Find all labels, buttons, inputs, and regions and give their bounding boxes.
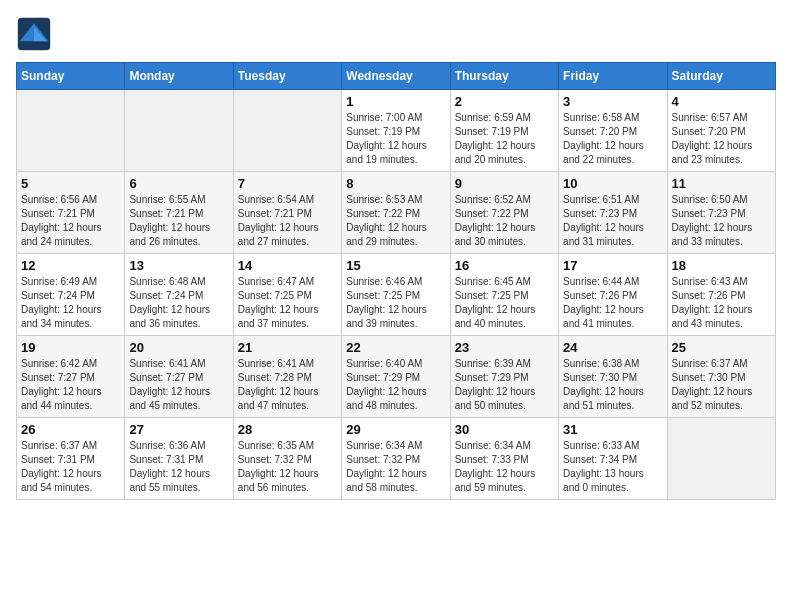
day-info: Sunrise: 6:57 AM Sunset: 7:20 PM Dayligh… — [672, 111, 771, 167]
day-number: 7 — [238, 176, 337, 191]
day-info: Sunrise: 6:37 AM Sunset: 7:31 PM Dayligh… — [21, 439, 120, 495]
day-info: Sunrise: 6:46 AM Sunset: 7:25 PM Dayligh… — [346, 275, 445, 331]
day-number: 17 — [563, 258, 662, 273]
calendar-cell: 1Sunrise: 7:00 AM Sunset: 7:19 PM Daylig… — [342, 90, 450, 172]
day-info: Sunrise: 6:43 AM Sunset: 7:26 PM Dayligh… — [672, 275, 771, 331]
day-number: 24 — [563, 340, 662, 355]
day-info: Sunrise: 6:41 AM Sunset: 7:27 PM Dayligh… — [129, 357, 228, 413]
day-info: Sunrise: 6:37 AM Sunset: 7:30 PM Dayligh… — [672, 357, 771, 413]
calendar-cell: 18Sunrise: 6:43 AM Sunset: 7:26 PM Dayli… — [667, 254, 775, 336]
calendar-cell: 20Sunrise: 6:41 AM Sunset: 7:27 PM Dayli… — [125, 336, 233, 418]
day-number: 26 — [21, 422, 120, 437]
day-info: Sunrise: 6:48 AM Sunset: 7:24 PM Dayligh… — [129, 275, 228, 331]
day-info: Sunrise: 6:41 AM Sunset: 7:28 PM Dayligh… — [238, 357, 337, 413]
calendar-week-4: 19Sunrise: 6:42 AM Sunset: 7:27 PM Dayli… — [17, 336, 776, 418]
day-info: Sunrise: 6:51 AM Sunset: 7:23 PM Dayligh… — [563, 193, 662, 249]
day-number: 14 — [238, 258, 337, 273]
calendar-cell: 24Sunrise: 6:38 AM Sunset: 7:30 PM Dayli… — [559, 336, 667, 418]
day-number: 30 — [455, 422, 554, 437]
day-number: 3 — [563, 94, 662, 109]
calendar-cell: 26Sunrise: 6:37 AM Sunset: 7:31 PM Dayli… — [17, 418, 125, 500]
day-info: Sunrise: 7:00 AM Sunset: 7:19 PM Dayligh… — [346, 111, 445, 167]
weekday-header-monday: Monday — [125, 63, 233, 90]
calendar-cell: 19Sunrise: 6:42 AM Sunset: 7:27 PM Dayli… — [17, 336, 125, 418]
calendar-cell: 6Sunrise: 6:55 AM Sunset: 7:21 PM Daylig… — [125, 172, 233, 254]
calendar-cell: 30Sunrise: 6:34 AM Sunset: 7:33 PM Dayli… — [450, 418, 558, 500]
calendar-cell: 25Sunrise: 6:37 AM Sunset: 7:30 PM Dayli… — [667, 336, 775, 418]
header — [16, 16, 776, 52]
calendar-cell: 11Sunrise: 6:50 AM Sunset: 7:23 PM Dayli… — [667, 172, 775, 254]
day-number: 22 — [346, 340, 445, 355]
calendar-cell: 10Sunrise: 6:51 AM Sunset: 7:23 PM Dayli… — [559, 172, 667, 254]
calendar-cell: 5Sunrise: 6:56 AM Sunset: 7:21 PM Daylig… — [17, 172, 125, 254]
calendar-cell: 12Sunrise: 6:49 AM Sunset: 7:24 PM Dayli… — [17, 254, 125, 336]
day-number: 4 — [672, 94, 771, 109]
day-number: 5 — [21, 176, 120, 191]
day-number: 31 — [563, 422, 662, 437]
logo — [16, 16, 58, 52]
day-info: Sunrise: 6:58 AM Sunset: 7:20 PM Dayligh… — [563, 111, 662, 167]
day-info: Sunrise: 6:33 AM Sunset: 7:34 PM Dayligh… — [563, 439, 662, 495]
logo-icon — [16, 16, 52, 52]
calendar-cell: 4Sunrise: 6:57 AM Sunset: 7:20 PM Daylig… — [667, 90, 775, 172]
calendar-cell: 8Sunrise: 6:53 AM Sunset: 7:22 PM Daylig… — [342, 172, 450, 254]
day-number: 20 — [129, 340, 228, 355]
day-info: Sunrise: 6:40 AM Sunset: 7:29 PM Dayligh… — [346, 357, 445, 413]
calendar-cell: 2Sunrise: 6:59 AM Sunset: 7:19 PM Daylig… — [450, 90, 558, 172]
day-info: Sunrise: 6:34 AM Sunset: 7:32 PM Dayligh… — [346, 439, 445, 495]
calendar-cell: 7Sunrise: 6:54 AM Sunset: 7:21 PM Daylig… — [233, 172, 341, 254]
day-number: 27 — [129, 422, 228, 437]
day-info: Sunrise: 6:38 AM Sunset: 7:30 PM Dayligh… — [563, 357, 662, 413]
calendar-week-3: 12Sunrise: 6:49 AM Sunset: 7:24 PM Dayli… — [17, 254, 776, 336]
day-info: Sunrise: 6:49 AM Sunset: 7:24 PM Dayligh… — [21, 275, 120, 331]
calendar-cell: 17Sunrise: 6:44 AM Sunset: 7:26 PM Dayli… — [559, 254, 667, 336]
calendar-cell — [125, 90, 233, 172]
calendar-body: 1Sunrise: 7:00 AM Sunset: 7:19 PM Daylig… — [17, 90, 776, 500]
calendar-cell: 15Sunrise: 6:46 AM Sunset: 7:25 PM Dayli… — [342, 254, 450, 336]
day-number: 21 — [238, 340, 337, 355]
calendar-cell: 3Sunrise: 6:58 AM Sunset: 7:20 PM Daylig… — [559, 90, 667, 172]
calendar-cell: 28Sunrise: 6:35 AM Sunset: 7:32 PM Dayli… — [233, 418, 341, 500]
calendar-cell — [667, 418, 775, 500]
day-number: 25 — [672, 340, 771, 355]
day-info: Sunrise: 6:55 AM Sunset: 7:21 PM Dayligh… — [129, 193, 228, 249]
calendar-cell: 9Sunrise: 6:52 AM Sunset: 7:22 PM Daylig… — [450, 172, 558, 254]
day-info: Sunrise: 6:36 AM Sunset: 7:31 PM Dayligh… — [129, 439, 228, 495]
day-number: 11 — [672, 176, 771, 191]
day-number: 29 — [346, 422, 445, 437]
day-number: 10 — [563, 176, 662, 191]
calendar-week-1: 1Sunrise: 7:00 AM Sunset: 7:19 PM Daylig… — [17, 90, 776, 172]
weekday-header-tuesday: Tuesday — [233, 63, 341, 90]
day-number: 28 — [238, 422, 337, 437]
day-number: 16 — [455, 258, 554, 273]
weekday-header-row: SundayMondayTuesdayWednesdayThursdayFrid… — [17, 63, 776, 90]
day-number: 12 — [21, 258, 120, 273]
weekday-header-saturday: Saturday — [667, 63, 775, 90]
day-number: 19 — [21, 340, 120, 355]
day-number: 2 — [455, 94, 554, 109]
day-info: Sunrise: 6:52 AM Sunset: 7:22 PM Dayligh… — [455, 193, 554, 249]
weekday-header-friday: Friday — [559, 63, 667, 90]
day-info: Sunrise: 6:42 AM Sunset: 7:27 PM Dayligh… — [21, 357, 120, 413]
day-info: Sunrise: 6:47 AM Sunset: 7:25 PM Dayligh… — [238, 275, 337, 331]
calendar-cell: 31Sunrise: 6:33 AM Sunset: 7:34 PM Dayli… — [559, 418, 667, 500]
day-info: Sunrise: 6:39 AM Sunset: 7:29 PM Dayligh… — [455, 357, 554, 413]
weekday-header-wednesday: Wednesday — [342, 63, 450, 90]
day-number: 9 — [455, 176, 554, 191]
calendar-cell: 13Sunrise: 6:48 AM Sunset: 7:24 PM Dayli… — [125, 254, 233, 336]
day-info: Sunrise: 6:35 AM Sunset: 7:32 PM Dayligh… — [238, 439, 337, 495]
calendar-cell — [233, 90, 341, 172]
calendar-table: SundayMondayTuesdayWednesdayThursdayFrid… — [16, 62, 776, 500]
day-info: Sunrise: 6:50 AM Sunset: 7:23 PM Dayligh… — [672, 193, 771, 249]
calendar-cell: 27Sunrise: 6:36 AM Sunset: 7:31 PM Dayli… — [125, 418, 233, 500]
calendar-cell: 23Sunrise: 6:39 AM Sunset: 7:29 PM Dayli… — [450, 336, 558, 418]
weekday-header-thursday: Thursday — [450, 63, 558, 90]
calendar-cell: 29Sunrise: 6:34 AM Sunset: 7:32 PM Dayli… — [342, 418, 450, 500]
day-number: 23 — [455, 340, 554, 355]
day-info: Sunrise: 6:45 AM Sunset: 7:25 PM Dayligh… — [455, 275, 554, 331]
calendar-cell: 22Sunrise: 6:40 AM Sunset: 7:29 PM Dayli… — [342, 336, 450, 418]
day-info: Sunrise: 6:53 AM Sunset: 7:22 PM Dayligh… — [346, 193, 445, 249]
day-number: 13 — [129, 258, 228, 273]
weekday-header-sunday: Sunday — [17, 63, 125, 90]
calendar-cell: 21Sunrise: 6:41 AM Sunset: 7:28 PM Dayli… — [233, 336, 341, 418]
